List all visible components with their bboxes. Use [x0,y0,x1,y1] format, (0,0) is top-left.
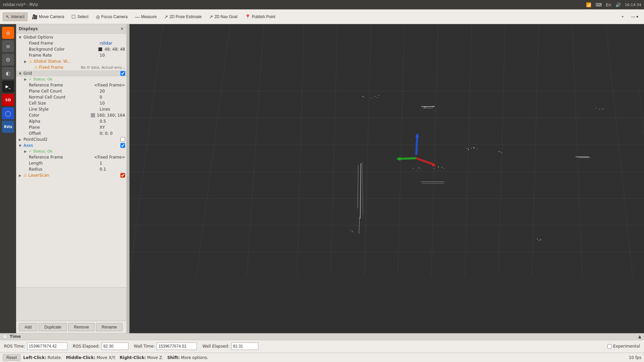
plane-cell-count-value[interactable]: 20 [100,89,126,94]
measure-label: Measure [141,14,157,19]
main-layout: ⊕ ≡ ⚙ ◐ ▶_ SD ◯ RViz Displays ✕ ▼ Global… [0,24,644,333]
plane-value[interactable]: XY [100,125,126,130]
fixed-frame-value[interactable]: rslidar [100,41,126,46]
alpha-value[interactable]: 0.5 [100,119,126,124]
3d-viewport[interactable] [129,24,644,333]
offset-value[interactable]: 0; 0; 0 [100,131,126,136]
remove-button[interactable]: Remove [68,323,95,331]
bg-color-box [98,47,102,51]
measure-button[interactable]: — Measure [132,12,160,21]
tree-item-cell-size[interactable]: Cell Size 10 [16,100,126,106]
tree-item-grid-color[interactable]: Color 160; 160; 164 [16,112,126,118]
2d-nav-button[interactable]: ↗ 2D Nav Goal [206,12,240,21]
tree-item-plane-cell-count[interactable]: Plane Cell Count 20 [16,88,126,94]
tree-item-alpha[interactable]: Alpha 0.5 [16,118,126,124]
wall-time-input[interactable] [157,343,197,350]
en-label: En [606,2,611,7]
tree-item-plane[interactable]: Plane XY [16,124,126,130]
toolbar-add-button[interactable]: + [619,13,627,21]
axes-length-value[interactable]: 1 [100,161,126,166]
grid-color-value[interactable]: 160; 160; 164 [91,113,126,118]
sidebar-icon-home[interactable]: ⊕ [2,27,14,39]
axes-radius-label: Radius [28,167,100,172]
select-button[interactable]: ☐ Select [68,12,91,21]
svg-line-19 [606,24,633,276]
duplicate-button[interactable]: Duplicate [39,323,67,331]
tree-item-pointcloud2[interactable]: ▶ PointCloud2 [16,136,126,142]
middle-click-action: Move X/Y. [97,355,116,360]
wall-elapsed-input[interactable] [231,343,258,350]
tree-item-normal-cell-count[interactable]: Normal Cell Count 0 [16,94,126,100]
rename-button[interactable]: Rename [96,323,122,331]
pc2-arrow: ▶ [19,138,23,141]
tree-item-fixed-frame[interactable]: Fixed Frame rslidar [16,40,126,46]
tree-item-offset[interactable]: Offset 0; 0; 0 [16,130,126,136]
toolbar: ↖ Interact 🎥 Move Camera ☐ Select ◎ Focu… [0,9,644,24]
svg-rect-38 [421,169,422,169]
2d-pose-button[interactable]: ↗ 2D Pose Estimate [161,12,205,21]
keyboard-icon: ⌨ [595,2,602,7]
panel-drag-handle[interactable] [127,24,129,333]
publish-point-button[interactable]: 📍 Publish Point [242,12,278,21]
move-camera-button[interactable]: 🎥 Move Camera [29,12,67,21]
sidebar-icon-rviz[interactable]: RViz [2,121,14,133]
sidebar-icon-terminal[interactable]: ▶_ [2,80,14,93]
laserscan-checkbox[interactable] [120,173,125,178]
time-collapse-button[interactable]: ▲ [638,334,641,339]
axes-radius-value[interactable]: 0.1 [100,167,126,172]
toolbar-dropdown-button[interactable]: — ▾ [628,13,641,21]
tree-item-grid-status[interactable]: ▶ ✓ Status: Ok [16,76,126,82]
cell-size-value[interactable]: 10 [100,101,126,106]
axes-checkbox[interactable] [120,143,125,148]
tree-item-grid[interactable]: ▼ Grid [16,70,126,76]
focus-camera-button[interactable]: ◎ Focus Camera [93,12,131,21]
svg-rect-48 [473,147,475,148]
displays-close-button[interactable]: ✕ [120,26,124,31]
grid-checkbox[interactable] [120,71,125,76]
tree-item-line-style[interactable]: Line Style Lines [16,106,126,112]
line-style-value[interactable]: Lines [100,107,126,112]
2d-nav-label: 2D Nav Goal [214,14,237,19]
offset-spacer [24,132,28,135]
axes-ref-frame-value[interactable]: <Fixed Frame> [94,155,126,160]
svg-line-17 [197,24,230,276]
tree-item-laserscan[interactable]: ▶ ⚠ LaserScan [16,172,126,178]
sidebar-icon-settings[interactable]: ⚙ [2,54,14,66]
gc-spacer [24,114,28,117]
tree-item-global-options[interactable]: ▼ Global Options [16,34,126,40]
ros-elapsed-input[interactable] [102,343,128,350]
as-arrow: ▶ [24,149,28,153]
bg-color-value[interactable]: 48; 48; 48 [98,47,126,52]
tree-item-bg-color[interactable]: Background Color 48; 48; 48 [16,46,126,52]
experimental-checkbox[interactable] [607,344,612,349]
tree-item-frame-rate[interactable]: Frame Rate 10 [16,52,126,58]
add-button[interactable]: Add [19,323,37,331]
tree-item-axes[interactable]: ▼ Axes [16,142,126,148]
sidebar-icon-circle[interactable]: ◯ [2,107,14,119]
sidebar-icon-theme[interactable]: ◐ [2,67,14,79]
tree-item-axes-ref-frame[interactable]: Reference Frame <Fixed Frame> [16,154,126,160]
tree-item-fixed-frame-status[interactable]: ⚠ Fixed Frame No tf data. Actual erro... [16,64,126,70]
ls-spacer [24,108,28,111]
grid-status-label: ✓ Status: Ok [28,77,126,82]
reset-button[interactable]: Reset [3,354,20,361]
frame-rate-value[interactable]: 10 [100,53,126,58]
arf-spacer [24,156,28,159]
tree-item-axes-radius[interactable]: Radius 0.1 [16,166,126,172]
grid-ref-frame-value[interactable]: <Fixed Frame> [94,83,126,87]
focus-camera-label: Focus Camera [101,14,128,19]
pointcloud2-checkbox[interactable] [120,137,125,142]
sidebar-icon-menu[interactable]: ≡ [2,40,14,52]
tree-item-axes-length[interactable]: Length 1 [16,160,126,166]
tree-item-grid-ref-frame[interactable]: Reference Frame <Fixed Frame> [16,82,126,88]
sidebar-icon-sd[interactable]: SD [2,94,14,106]
ros-time-input[interactable] [27,343,67,350]
svg-rect-60 [537,239,538,239]
shift-key: Shift: [167,355,180,360]
normal-cell-count-value[interactable]: 0 [100,95,126,100]
svg-rect-51 [501,153,502,153]
interact-button[interactable]: ↖ Interact [3,12,28,21]
svg-line-15 [572,24,582,276]
tree-item-global-status[interactable]: ▶ ⚠ Global Status: W... [16,58,126,64]
tree-item-axes-status[interactable]: ▶ ✓ Status: Ok [16,148,126,154]
